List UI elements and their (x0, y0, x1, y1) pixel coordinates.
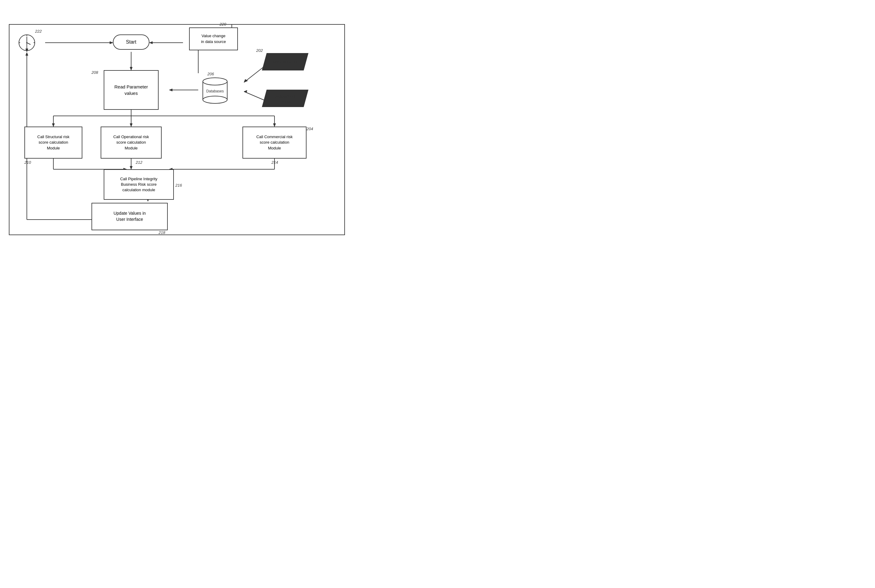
manual-inputs-node: Manual inputs (261, 52, 310, 73)
ref-202: 202 (256, 48, 263, 53)
svg-text:Automated: Automated (276, 94, 295, 99)
svg-point-51 (203, 96, 227, 104)
ref-210: 210 (24, 160, 31, 165)
commercial-node: Call Commercial riskscore calculationMod… (243, 127, 307, 159)
svg-marker-8 (130, 67, 132, 70)
ref-206: 206 (207, 72, 214, 76)
databases-node: Databases (200, 75, 230, 106)
svg-text:Databases: Databases (206, 89, 223, 93)
svg-marker-39 (25, 52, 28, 56)
ref-214: 214 (271, 160, 278, 165)
update-node: Update Values inUser Interface (91, 203, 168, 230)
ref-220: 220 (220, 22, 226, 27)
value-change-node: Value changein data source (189, 27, 238, 50)
ref-218: 218 (159, 230, 165, 235)
svg-line-43 (27, 43, 30, 45)
svg-point-50 (203, 78, 227, 85)
automated-inputs-node: Automated Inputs (261, 88, 310, 110)
ref-204: 204 (307, 127, 313, 131)
svg-marker-21 (52, 123, 55, 127)
svg-text:Inputs: Inputs (280, 99, 291, 104)
start-node: Start (113, 34, 150, 50)
ref-212: 212 (136, 160, 142, 165)
svg-marker-26 (273, 123, 276, 127)
svg-marker-14 (244, 90, 247, 93)
structural-node: Call Structural riskscore calculationMod… (24, 127, 82, 159)
ref-216: 216 (175, 183, 182, 188)
svg-text:Manual inputs: Manual inputs (273, 60, 298, 64)
clock-icon (18, 33, 36, 52)
pipeline-node: Call Pipeline IntegrityBusiness Risk sco… (104, 169, 174, 200)
diagram-container: 222 Start Value changein data source 220… (0, 0, 366, 244)
svg-marker-6 (150, 42, 153, 44)
svg-marker-12 (244, 79, 248, 82)
svg-marker-10 (169, 89, 172, 91)
svg-marker-4 (110, 42, 113, 44)
read-param-node: Read Parametervalues (104, 70, 159, 110)
ref-222: 222 (35, 29, 42, 33)
svg-marker-23 (130, 123, 132, 127)
arrows-svg (0, 0, 366, 244)
ref-208: 208 (91, 70, 98, 75)
svg-marker-31 (130, 166, 132, 169)
operational-node: Call Operational riskscore calculationMo… (100, 127, 162, 159)
